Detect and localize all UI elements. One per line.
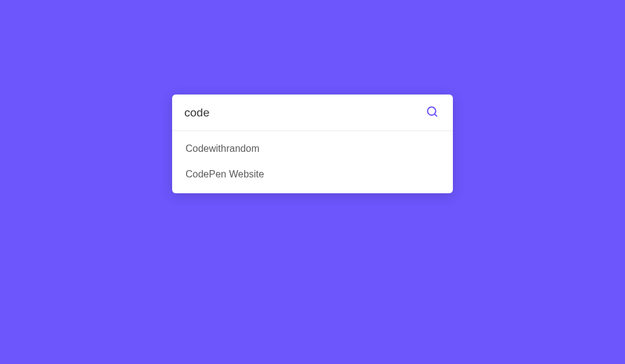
search-input[interactable] xyxy=(184,106,424,120)
search-button[interactable] xyxy=(424,103,441,122)
search-autocomplete-container: Codewithrandom CodePen Website xyxy=(172,95,453,193)
search-bar xyxy=(172,95,453,131)
suggestions-list: Codewithrandom CodePen Website xyxy=(172,131,453,193)
suggestion-item[interactable]: CodePen Website xyxy=(172,162,453,187)
search-icon xyxy=(426,105,438,120)
suggestion-item[interactable]: Codewithrandom xyxy=(172,136,453,162)
svg-line-1 xyxy=(435,114,437,116)
